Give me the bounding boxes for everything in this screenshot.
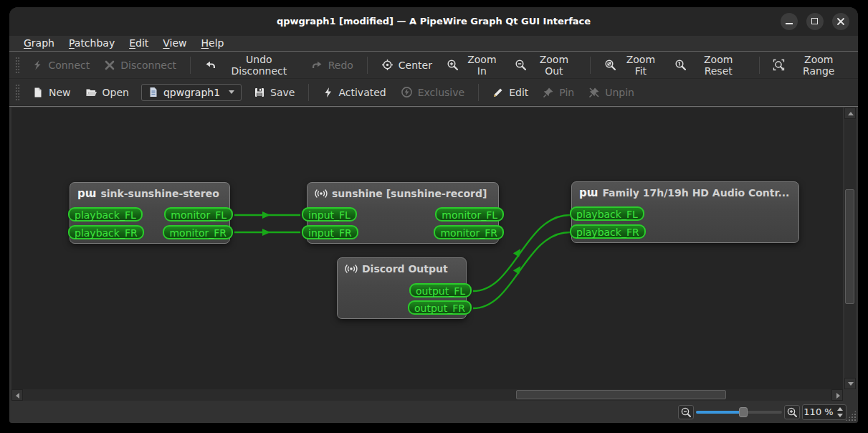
- spin-up-icon: [837, 407, 843, 411]
- exclusive-icon: [401, 86, 413, 98]
- port-monitor-fl[interactable]: monitor_FL: [164, 207, 233, 222]
- port-output-fl[interactable]: output_FL: [409, 283, 472, 298]
- broadcast-icon: [345, 263, 358, 275]
- zoom-in-button[interactable]: Zoom In: [440, 50, 507, 80]
- zoom-value: 110 %: [803, 405, 834, 419]
- port-monitor-fr[interactable]: monitor_FR: [434, 225, 504, 239]
- toolbar-drag-handle[interactable]: [15, 84, 20, 101]
- wire-arrow-icon: [513, 264, 524, 275]
- spinbox-arrows[interactable]: [835, 406, 845, 419]
- pin-icon: [543, 87, 554, 98]
- patchbay-file-icon: [148, 87, 158, 97]
- center-button[interactable]: Center: [375, 55, 439, 75]
- zoom-out-icon: [515, 59, 527, 71]
- scroll-right-button[interactable]: [831, 389, 843, 401]
- zoom-fit-button[interactable]: Zoom Fit: [598, 50, 667, 80]
- edit-button[interactable]: Edit: [486, 83, 535, 102]
- toolbar-separator: [478, 84, 479, 101]
- activated-icon: [323, 87, 333, 98]
- redo-icon: [312, 60, 323, 71]
- statusbar: 110 %: [9, 401, 858, 423]
- port-input-fl[interactable]: input_FL: [302, 207, 357, 222]
- minimize-button[interactable]: [781, 13, 798, 30]
- node-title: sink-sunshine-stereo: [100, 188, 219, 199]
- open-button[interactable]: Open: [79, 83, 135, 102]
- connect-button[interactable]: Connect: [25, 56, 96, 75]
- port-playback-fl[interactable]: playback_FL: [68, 207, 143, 222]
- window-resize-grip[interactable]: [845, 410, 857, 422]
- arrow-left-icon: [16, 393, 19, 399]
- scroll-left-button[interactable]: [11, 389, 23, 401]
- redo-button[interactable]: Redo: [305, 56, 360, 75]
- toolbar-main: Connect Disconnect Undo Disconnect Redo …: [9, 52, 858, 79]
- port-playback-fr[interactable]: playback_FR: [68, 225, 144, 239]
- window-title: qpwgraph1 [modified] — A PipeWire Graph …: [9, 7, 858, 36]
- zoom-slider-fill: [696, 411, 743, 414]
- port-playback-fr[interactable]: playback_FR: [570, 224, 646, 239]
- zoom-slider[interactable]: [696, 411, 782, 414]
- horizontal-scroll-thumb[interactable]: [516, 390, 726, 399]
- zoom-in-icon: [447, 59, 459, 71]
- arrow-right-icon: [836, 393, 840, 399]
- zoom-reset-icon: [674, 59, 687, 71]
- statusbar-zoom-out-button[interactable]: [678, 405, 694, 419]
- patchbay-select[interactable]: qpwgraph1: [141, 84, 242, 101]
- save-icon: [254, 87, 265, 98]
- new-button[interactable]: New: [26, 83, 77, 102]
- close-button[interactable]: [832, 13, 849, 30]
- vertical-scrollbar[interactable]: [844, 108, 856, 389]
- zoom-fit-icon: [604, 59, 616, 71]
- zoom-slider-handle[interactable]: [739, 407, 748, 417]
- zoom-in-icon: [786, 406, 798, 419]
- statusbar-zoom-in-button[interactable]: [784, 405, 800, 419]
- port-monitor-fr[interactable]: monitor_FR: [163, 225, 233, 239]
- zoom-out-button[interactable]: Zoom Out: [508, 50, 583, 80]
- port-monitor-fl[interactable]: monitor_FL: [435, 207, 504, 222]
- undo-disconnect-button[interactable]: Undo Disconnect: [198, 50, 304, 80]
- zoom-reset-button[interactable]: Zoom Reset: [668, 50, 752, 80]
- new-file-icon: [32, 87, 44, 98]
- graph-view: pɯ sink-sunshine-stereo playback_FL play…: [9, 106, 858, 401]
- save-button[interactable]: Save: [247, 83, 301, 102]
- port-input-fr[interactable]: input_FR: [302, 225, 358, 239]
- spin-down-icon: [837, 414, 843, 417]
- menu-edit[interactable]: Edit: [122, 36, 156, 52]
- wire-arrow-icon: [513, 247, 524, 257]
- minimize-icon: [786, 23, 793, 24]
- zoom-spinbox[interactable]: 110 %: [802, 404, 846, 420]
- maximize-icon: [811, 18, 818, 24]
- close-icon: [836, 17, 845, 26]
- toolbar-separator: [367, 57, 368, 74]
- unpin-button[interactable]: Unpin: [582, 83, 641, 102]
- menu-graph[interactable]: Graph: [16, 36, 62, 52]
- horizontal-scrollbar[interactable]: [11, 389, 843, 401]
- app-window: qpwgraph1 [modified] — A PipeWire Graph …: [9, 7, 858, 423]
- broadcast-icon: [315, 188, 328, 199]
- arrow-up-icon: [848, 112, 854, 115]
- menubar: Graph Patchbay Edit View Help: [9, 36, 858, 52]
- toolbar-separator: [190, 57, 191, 74]
- menu-help[interactable]: Help: [194, 36, 232, 52]
- pipewire-icon: pɯ: [579, 188, 598, 198]
- maximize-button[interactable]: [806, 13, 824, 30]
- menu-patchbay[interactable]: Patchbay: [62, 36, 122, 52]
- patchbay-select-value: qpwgraph1: [163, 87, 220, 98]
- port-playback-fl[interactable]: playback_FL: [570, 206, 644, 221]
- vertical-scroll-thumb[interactable]: [845, 189, 854, 304]
- graph-canvas[interactable]: pɯ sink-sunshine-stereo playback_FL play…: [11, 108, 843, 389]
- exclusive-button[interactable]: Exclusive: [394, 82, 471, 102]
- disconnect-button[interactable]: Disconnect: [97, 56, 183, 75]
- unpin-icon: [588, 87, 600, 98]
- scroll-up-button[interactable]: [844, 108, 856, 119]
- wire-arrow-icon: [262, 229, 270, 236]
- toolbar-drag-handle[interactable]: [15, 57, 19, 74]
- scroll-down-button[interactable]: [844, 378, 856, 389]
- port-output-fr[interactable]: output_FR: [408, 300, 472, 315]
- menu-view[interactable]: View: [156, 36, 194, 52]
- center-icon: [381, 59, 394, 71]
- pin-button[interactable]: Pin: [536, 83, 581, 102]
- activated-button[interactable]: Activated: [316, 83, 392, 102]
- zoom-range-icon: [773, 59, 785, 71]
- zoom-range-button[interactable]: Zoom Range: [766, 50, 854, 80]
- toolbar-separator: [759, 57, 760, 74]
